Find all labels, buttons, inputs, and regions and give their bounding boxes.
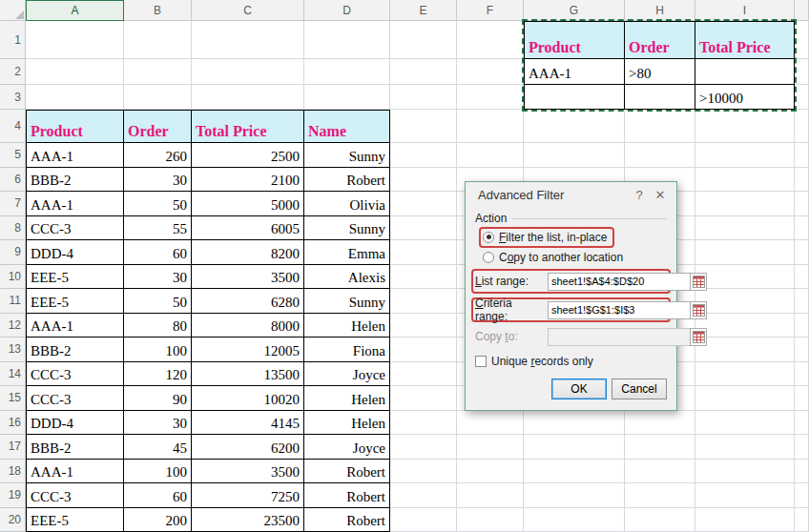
col-header-D[interactable]: D [304,0,390,21]
cell-G1[interactable]: Product [524,21,625,59]
cell-I16[interactable] [695,411,795,436]
cell-C17[interactable]: 6200 [192,435,304,460]
cell-F16[interactable] [457,411,524,436]
cancel-button[interactable]: Cancel [612,379,667,399]
cell-A18[interactable]: AAA-1 [26,460,124,484]
col-header-G[interactable]: G [524,0,625,21]
cell-C12[interactable]: 8000 [192,314,304,338]
cell-A7[interactable]: AAA-1 [26,192,124,216]
cell-G18[interactable] [524,460,625,484]
cell-I7[interactable] [695,192,795,216]
row-header-4[interactable]: 4 [0,110,26,143]
cell-F2[interactable] [457,59,524,85]
cell-J10[interactable] [795,265,809,290]
cell-J19[interactable] [795,483,809,508]
row-header-11[interactable]: 11 [0,289,26,314]
cell-D8[interactable]: Sunny [304,216,390,241]
cell-E15[interactable] [390,386,457,411]
cell-E1[interactable] [390,21,457,59]
row-header-8[interactable]: 8 [0,216,26,241]
row-header-9[interactable]: 9 [0,240,26,265]
cell-D11[interactable]: Sunny [304,289,390,314]
row-header-13[interactable]: 13 [0,338,26,362]
copy-to-location-option[interactable]: Copy to another location [483,249,667,265]
cell-C8[interactable]: 6005 [192,216,304,241]
cell-I1[interactable]: Total Price [695,21,795,59]
cell-A8[interactable]: CCC-3 [26,216,124,241]
cell-E18[interactable] [390,460,457,484]
cell-H20[interactable] [625,508,695,532]
help-icon[interactable]: ? [629,188,650,202]
cell-H16[interactable] [625,411,695,436]
cell-J6[interactable] [795,168,809,193]
cell-D12[interactable]: Helen [304,314,390,338]
cell-J12[interactable] [795,314,809,338]
cell-A3[interactable] [26,85,124,110]
row-header-14[interactable]: 14 [0,362,26,387]
cell-H19[interactable] [625,483,695,508]
cell-I2[interactable] [695,59,795,85]
cell-F4[interactable] [457,110,524,143]
range-picker-icon[interactable] [690,273,707,291]
cell-E2[interactable] [390,59,457,85]
cell-A11[interactable]: EEE-5 [26,289,124,314]
cell-B13[interactable]: 100 [124,338,192,362]
cell-E8[interactable] [390,216,457,241]
cell-J15[interactable] [795,386,809,411]
cell-A10[interactable]: EEE-5 [26,265,124,290]
cell-E11[interactable] [390,289,457,314]
cell-A12[interactable]: AAA-1 [26,314,124,338]
cell-C4[interactable]: Total Price [192,110,304,143]
cell-I11[interactable] [695,289,795,314]
cell-D6[interactable]: Robert [304,168,390,193]
cell-I9[interactable] [695,240,795,265]
cell-J2[interactable] [795,59,809,85]
cell-C5[interactable]: 2500 [192,143,304,168]
cell-D18[interactable]: Robert [304,460,390,484]
cell-E20[interactable] [390,508,457,532]
cell-D7[interactable]: Olivia [304,192,390,216]
cell-J4[interactable] [795,110,809,143]
cell-F1[interactable] [457,21,524,59]
cell-J14[interactable] [795,362,809,387]
col-header-partial[interactable] [795,0,809,21]
cell-I12[interactable] [695,314,795,338]
row-header-1[interactable]: 1 [0,21,26,59]
range-picker-icon[interactable] [690,301,707,319]
cell-B17[interactable]: 45 [124,435,192,460]
cell-I15[interactable] [695,386,795,411]
row-header-20[interactable]: 20 [0,508,26,532]
col-header-A[interactable]: A [26,0,124,21]
ok-button[interactable]: OK [551,379,607,399]
cell-G19[interactable] [524,483,625,508]
cell-J8[interactable] [795,216,809,241]
cell-B16[interactable]: 30 [124,411,192,436]
row-header-16[interactable]: 16 [0,411,26,436]
cell-E10[interactable] [390,265,457,290]
cell-A17[interactable]: BBB-2 [26,435,124,460]
cell-B5[interactable]: 260 [124,143,192,168]
cell-C18[interactable]: 3500 [192,460,304,484]
unique-records-option[interactable]: Unique records only [475,354,667,368]
cell-C19[interactable]: 7250 [192,483,304,508]
cell-J13[interactable] [795,338,809,362]
dialog-titlebar[interactable]: Advanced Filter ? ✕ [466,182,676,208]
cell-E13[interactable] [390,338,457,362]
cell-G2[interactable]: AAA-1 [524,59,625,85]
cell-C13[interactable]: 12005 [192,338,304,362]
cell-E19[interactable] [390,483,457,508]
cell-C7[interactable]: 5000 [192,192,304,216]
cell-D13[interactable]: Fiona [304,338,390,362]
cell-E5[interactable] [390,143,457,168]
cell-B1[interactable] [124,21,192,59]
col-header-B[interactable]: B [124,0,192,21]
cell-I3[interactable]: >10000 [695,85,795,110]
cell-B7[interactable]: 50 [124,192,192,216]
cell-H2[interactable]: >80 [625,59,695,85]
cell-I6[interactable] [695,168,795,193]
cell-D5[interactable]: Sunny [304,143,390,168]
cell-D3[interactable] [304,85,390,110]
cell-A6[interactable]: BBB-2 [26,168,124,193]
cell-C9[interactable]: 8200 [192,240,304,265]
cell-D20[interactable]: Robert [304,508,390,532]
